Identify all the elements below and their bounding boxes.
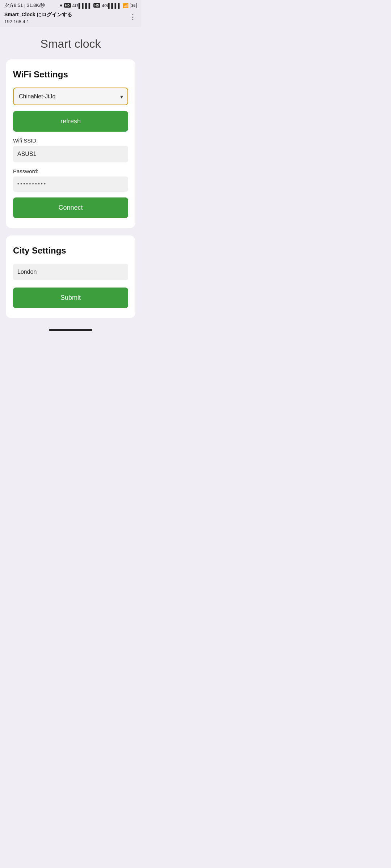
browser-url: 192.168.4.1 [4, 19, 72, 24]
wifi-settings-card: WiFi Settings ChinaNet-JtJq ▾ refresh Wi… [6, 59, 135, 228]
city-card-title: City Settings [13, 246, 128, 256]
ssid-input[interactable] [13, 146, 128, 162]
hd-badge-1: HD [64, 3, 71, 8]
password-label: Password: [13, 168, 128, 174]
wifi-card-title: WiFi Settings [13, 69, 128, 80]
browser-bar-info: Smart_Clock にログインする 192.168.4.1 [4, 12, 72, 24]
browser-title: Smart_Clock にログインする [4, 12, 72, 18]
status-bar-left: 夕方8:51 | 31.8K/秒 [4, 2, 45, 9]
status-bar: 夕方8:51 | 31.8K/秒 ✱ HD 4G▌▌▌▌ HD 4G▌▌▌▌ 📶… [0, 0, 141, 10]
hd-badge-2: HD [93, 3, 100, 8]
browser-menu-button[interactable]: ⋮ [129, 12, 137, 21]
battery-icon: 26 [130, 3, 137, 8]
bluetooth-icon: ✱ [59, 3, 63, 8]
signal-icon-2: 4G▌▌▌▌ [102, 3, 121, 8]
signal-icon-1: 4G▌▌▌▌ [72, 3, 92, 8]
home-indicator [49, 329, 92, 331]
browser-bar: Smart_Clock にログインする 192.168.4.1 ⋮ [0, 10, 141, 27]
bottom-nav-bar [0, 326, 141, 333]
city-settings-card: City Settings Submit [6, 235, 135, 318]
wifi-network-dropdown-wrapper: ChinaNet-JtJq ▾ [13, 88, 128, 105]
city-input[interactable] [13, 264, 128, 280]
page-title: Smart clock [0, 27, 141, 59]
submit-button[interactable]: Submit [13, 288, 128, 308]
status-time: 夕方8:51 | 31.8K/秒 [4, 2, 45, 9]
status-icons: ✱ HD 4G▌▌▌▌ HD 4G▌▌▌▌ 📶 26 [59, 3, 137, 8]
wifi-icon: 📶 [123, 3, 129, 8]
ssid-label: Wifi SSID: [13, 137, 128, 144]
refresh-button[interactable]: refresh [13, 111, 128, 132]
connect-button[interactable]: Connect [13, 197, 128, 218]
wifi-network-dropdown[interactable]: ChinaNet-JtJq [13, 88, 128, 105]
password-input[interactable] [13, 176, 128, 192]
